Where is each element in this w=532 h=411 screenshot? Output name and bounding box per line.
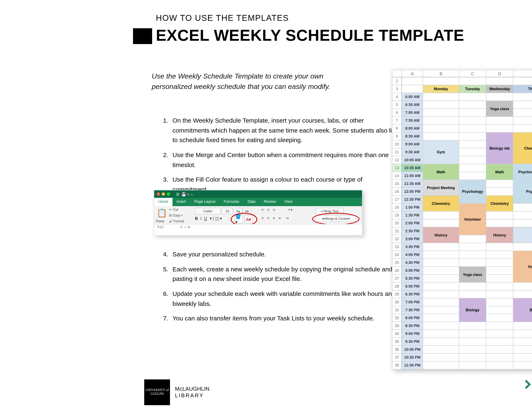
- minimize-icon: [162, 192, 165, 196]
- tab-insert[interactable]: Insert: [172, 198, 190, 206]
- zoom-icon: [167, 192, 170, 196]
- ribbon-screenshot: 🗎 💾 ⎌ ↻ Home Insert Page Layout Formulas…: [154, 190, 362, 236]
- step-item: On the Weekly Schedule Template, insert …: [170, 115, 399, 145]
- library-name: MᴄLAUGHLIN LIBRARY: [175, 386, 209, 399]
- tab-review[interactable]: Review: [260, 198, 280, 206]
- font-style-group[interactable]: B I U ▾ | ◫ ▾: [195, 216, 222, 221]
- steps-list-part1: On the Weekly Schedule Template, insert …: [153, 115, 399, 200]
- steps-list-part2: Save your personalized schedule. Each we…: [153, 249, 399, 328]
- ribbon-body: 📋 Paste ✂ Cut ⧉ Copy ▾ 🖌 Format Calibri …: [154, 206, 362, 229]
- window-titlebar: 🗎 💾 ⎌ ↻: [154, 190, 362, 198]
- footer-left: UNIVERSITY of GUELPH MᴄLAUGHLIN LIBRARY: [144, 379, 209, 405]
- tab-view[interactable]: View: [280, 198, 296, 206]
- step-item: Each week, create a new weekly schedule …: [170, 264, 399, 284]
- orientation-button[interactable]: ↗▾: [287, 208, 293, 212]
- format-painter-button[interactable]: 🖌 Format: [169, 220, 184, 223]
- merge-center-callout: [312, 213, 360, 225]
- intro-text: Use the Weekly Schedule Template to crea…: [152, 71, 360, 92]
- tab-data[interactable]: Data: [243, 198, 260, 206]
- chevron-decoration: [524, 379, 532, 390]
- title-bar: EXCEL WEEKLY SCHEDULE TEMPLATE: [133, 27, 532, 46]
- university-logo: UNIVERSITY of GUELPH: [144, 379, 170, 405]
- copy-button[interactable]: ⧉ Copy ▾: [169, 214, 182, 218]
- cut-button[interactable]: ✂ Cut: [169, 208, 178, 211]
- paste-label: Paste: [156, 220, 164, 223]
- step-item: Update your schedule each week with vari…: [170, 289, 399, 309]
- schedule-screenshot: ABCDEFGH23MondayTuesdayWednesdayThursday…: [392, 70, 532, 369]
- horizontal-align-group[interactable]: ≡ ≡ ≡ ⇤ ⇥: [261, 216, 290, 220]
- tab-home[interactable]: Home: [154, 198, 172, 206]
- vertical-align-group[interactable]: ≡ ≡ ≡: [261, 208, 276, 212]
- font-size-select[interactable]: 16: [222, 208, 233, 214]
- formula-bar-strip: K12✕ ✓ fx: [154, 224, 362, 229]
- font-name-select[interactable]: Calibri: [195, 208, 221, 214]
- chevron-icon: [524, 379, 532, 390]
- paste-icon[interactable]: 📋: [157, 208, 167, 218]
- page: HOW TO USE THE TEMPLATES EXCEL WEEKLY SC…: [133, 0, 532, 411]
- step-item: You can also transfer items from your Ta…: [170, 314, 399, 323]
- supertitle: HOW TO USE THE TEMPLATES: [156, 13, 289, 23]
- step-item: Use the Merge and Center button when a c…: [170, 150, 399, 170]
- page-title: EXCEL WEEKLY SCHEDULE TEMPLATE: [156, 27, 464, 45]
- schedule-table: ABCDEFGH23MondayTuesdayWednesdayThursday…: [392, 70, 532, 369]
- bar-left-decoration: [133, 28, 152, 44]
- tab-page-layout[interactable]: Page Layout: [190, 198, 219, 206]
- step-item: Save your personalized schedule.: [170, 249, 399, 259]
- save-icon: 🗎 💾 ⎌ ↻: [176, 192, 193, 196]
- tab-formulas[interactable]: Formulas: [219, 198, 243, 206]
- close-icon: [157, 192, 160, 196]
- ribbon-tabs: Home Insert Page Layout Formulas Data Re…: [154, 198, 362, 206]
